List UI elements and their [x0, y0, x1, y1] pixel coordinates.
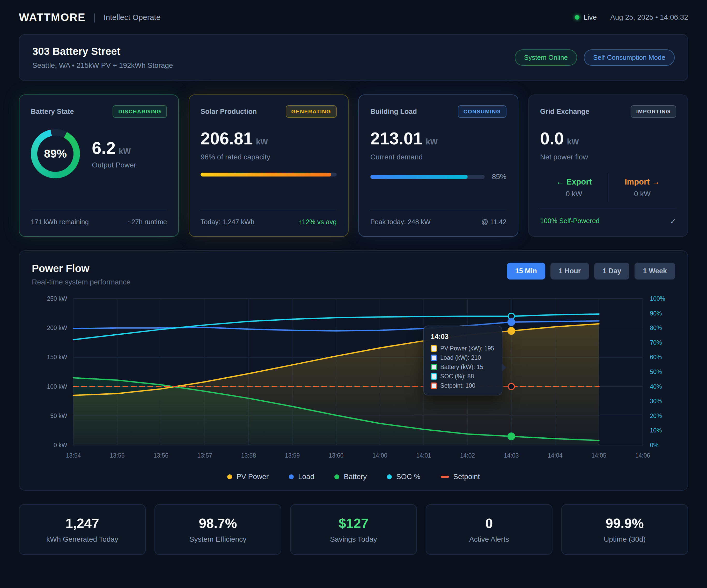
legend-dot-icon [227, 475, 232, 479]
tooltip-item: Battery (kW): 15 [431, 364, 495, 370]
range-button-15-min[interactable]: 15 Min [507, 263, 545, 280]
stat-card-active-alerts: 0Active Alerts [426, 504, 552, 555]
tooltip-arrow [502, 363, 506, 372]
grid-export: ← Export 0 kW [540, 177, 608, 198]
battery-soc-ring: 89% [31, 129, 80, 178]
load-progress-pct: 85% [492, 173, 506, 181]
legend-label: SOC % [396, 472, 420, 481]
legend-dot-icon [289, 475, 294, 479]
stat-label: System Efficiency [158, 535, 278, 544]
grid-export-label: ← Export [540, 177, 608, 187]
load-power-value: 213.01 [370, 129, 423, 148]
grid-import: Import → 0 kW [608, 177, 676, 198]
load-progress-track [370, 175, 485, 179]
range-button-1-day[interactable]: 1 Day [594, 263, 629, 280]
building-load-card: Building Load CONSUMING 213.01 kW Curren… [359, 94, 518, 237]
grid-import-value: 0 kW [608, 190, 676, 198]
tooltip-item: PV Power (kW): 195 [431, 345, 495, 352]
legend-item-soc-[interactable]: SOC % [387, 472, 420, 481]
site-badge-green[interactable]: System Online [515, 50, 577, 66]
tooltip-item-label: PV Power (kW): 195 [440, 345, 494, 352]
battery-card-title: Battery State [31, 108, 74, 116]
product-name: Intellect Operate [103, 13, 161, 22]
range-button-1-week[interactable]: 1 Week [635, 263, 675, 280]
header-status: Live Aug 25, 2025 • 14:06:32 [575, 13, 688, 22]
load-card-title: Building Load [370, 108, 417, 116]
svg-text:10%: 10% [650, 427, 662, 434]
load-progress-fill [370, 175, 468, 179]
svg-text:60%: 60% [650, 354, 662, 361]
solar-vs-avg: ↑12% vs avg [299, 218, 337, 226]
svg-text:13:57: 13:57 [197, 452, 212, 459]
stat-label: Savings Today [293, 535, 414, 544]
tooltip-swatch-icon [431, 373, 437, 380]
tooltip-item-label: Setpoint: 100 [440, 382, 475, 389]
legend-item-battery[interactable]: Battery [334, 472, 367, 481]
tooltip-item: SOC (%): 88 [431, 373, 495, 380]
metric-cards: Battery State DISCHARGING 89% 6.2 kW Out… [19, 94, 688, 237]
solar-progress-fill [201, 173, 331, 176]
load-status-badge: CONSUMING [458, 105, 506, 118]
range-button-1-hour[interactable]: 1 Hour [550, 263, 589, 280]
svg-text:13:54: 13:54 [66, 452, 81, 459]
stat-value: $127 [293, 516, 414, 531]
load-peak-time: @ 11:42 [481, 218, 506, 226]
svg-text:14:04: 14:04 [548, 452, 563, 459]
time-range-selector: 15 Min1 Hour1 Day1 Week [507, 263, 675, 280]
svg-text:20%: 20% [650, 413, 662, 419]
tooltip-swatch-icon [431, 383, 437, 389]
grid-import-label: Import → [608, 177, 676, 187]
power-flow-title: Power Flow [32, 263, 130, 274]
check-icon: ✓ [670, 217, 676, 226]
chart-legend: PV PowerLoadBatterySOC %Setpoint [32, 472, 675, 481]
solar-today-total: Today: 1,247 kWh [201, 218, 255, 226]
tooltip-swatch-icon [431, 345, 437, 352]
battery-status-badge: DISCHARGING [112, 105, 167, 118]
tooltip-item-label: Load (kW): 210 [440, 354, 481, 361]
summary-stats: 1,247kWh Generated Today98.7%System Effi… [19, 504, 688, 555]
svg-text:50 kW: 50 kW [50, 413, 67, 419]
svg-text:14:02: 14:02 [460, 452, 475, 459]
live-status-label: Live [583, 13, 597, 22]
battery-power-unit: kW [119, 147, 131, 156]
power-flow-chart[interactable]: 0 kW50 kW100 kW150 kW200 kW250 kW0%10%20… [32, 295, 675, 469]
svg-text:0%: 0% [650, 442, 659, 449]
solar-status-badge: GENERATING [286, 105, 337, 118]
solar-capacity-label: 96% of rated capacity [201, 153, 337, 161]
svg-text:150 kW: 150 kW [47, 354, 67, 361]
site-badges: System OnlineSelf-Consumption Mode [515, 50, 675, 66]
grid-card-title: Grid Exchange [540, 108, 590, 116]
tooltip-item-label: SOC (%): 88 [440, 373, 474, 380]
battery-power-value: 6.2 [92, 138, 116, 158]
grid-status-badge: IMPORTING [631, 105, 676, 118]
tooltip-item: Setpoint: 100 [431, 382, 495, 389]
svg-text:40%: 40% [650, 383, 662, 390]
stat-card-kwh-generated-today: 1,247kWh Generated Today [19, 504, 146, 555]
live-status-icon [575, 15, 579, 20]
svg-text:13:55: 13:55 [110, 452, 125, 459]
solar-progress-track [201, 173, 337, 176]
legend-label: Setpoint [453, 472, 480, 481]
svg-text:100 kW: 100 kW [47, 383, 67, 390]
tooltip-items: PV Power (kW): 195Load (kW): 210Battery … [431, 345, 495, 389]
site-badge-blue[interactable]: Self-Consumption Mode [584, 50, 675, 66]
legend-item-load[interactable]: Load [289, 472, 314, 481]
brand-logo: WATTMORE [19, 11, 86, 24]
legend-item-setpoint[interactable]: Setpoint [441, 472, 480, 481]
chart-tooltip: 14:03 PV Power (kW): 195Load (kW): 210Ba… [424, 326, 502, 395]
dashboard: WATTMORE | Intellect Operate Live Aug 25… [0, 0, 707, 565]
grid-exchange-card: Grid Exchange IMPORTING 0.0 kW Net power… [528, 94, 688, 237]
legend-item-pv-power[interactable]: PV Power [227, 472, 269, 481]
site-card: 303 Battery Street Seattle, WA • 215kW P… [19, 34, 688, 81]
legend-dash-icon [441, 476, 449, 478]
top-bar: WATTMORE | Intellect Operate Live Aug 25… [19, 8, 688, 27]
svg-text:90%: 90% [650, 310, 662, 317]
stat-value: 99.9% [564, 516, 685, 531]
grid-power-value: 0.0 [540, 129, 564, 148]
battery-soc-value: 89% [44, 147, 67, 160]
tooltip-swatch-icon [431, 355, 437, 361]
battery-output: 6.2 kW Output Power [92, 138, 136, 169]
svg-text:14:00: 14:00 [372, 452, 388, 459]
solar-production-card: Solar Production GENERATING 206.81 kW 96… [189, 94, 348, 237]
stat-card-uptime-30d-: 99.9%Uptime (30d) [561, 504, 688, 555]
